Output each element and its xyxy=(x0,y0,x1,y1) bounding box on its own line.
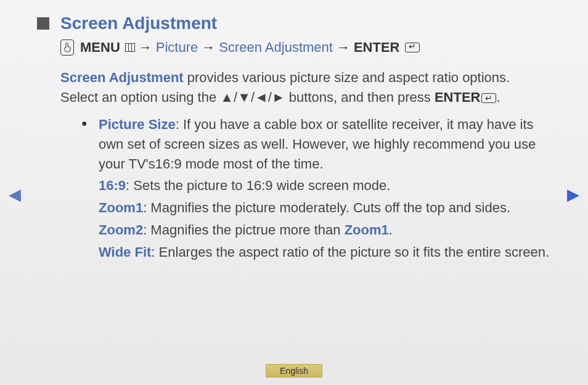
option-zoom1: Zoom1: Magnifies the picture moderately.… xyxy=(99,198,551,218)
sixteen-nine-text: : Sets the picture to 16:9 wide screen m… xyxy=(126,178,390,193)
enter-icon xyxy=(405,43,420,52)
option-picture-size: Picture Size: If you have a cable box or… xyxy=(81,115,551,262)
path-enter: ENTER xyxy=(354,39,400,56)
language-badge: English xyxy=(266,364,322,378)
nav-next-button[interactable]: ▶ xyxy=(567,185,579,204)
page-title: Screen Adjustment xyxy=(60,14,217,33)
picture-size-label: Picture Size xyxy=(99,117,176,132)
intro-paragraph: Screen Adjustment provides various pictu… xyxy=(60,68,551,107)
option-zoom2: Zoom2: Magnifies the pictrue more than Z… xyxy=(99,220,551,240)
path-picture: Picture xyxy=(156,39,198,56)
arrow-2: → xyxy=(202,39,215,56)
zoom2-label: Zoom2 xyxy=(99,222,143,238)
arrow-3: → xyxy=(337,39,350,56)
square-bullet-icon xyxy=(37,17,49,30)
menu-label: MENU xyxy=(80,39,120,56)
nav-prev-button[interactable]: ◀ xyxy=(9,185,21,204)
intro-text-b: buttons, and then press xyxy=(285,89,435,105)
title-row: Screen Adjustment xyxy=(37,14,551,33)
path-screen-adjustment: Screen Adjustment xyxy=(219,39,333,56)
wide-fit-text: : Enlarges the aspect ratio of the pictu… xyxy=(151,244,549,260)
sixteen-nine-label: 16:9 xyxy=(99,178,126,193)
menu-path: MENU → Picture → Screen Adjustment → ENT… xyxy=(60,39,551,56)
wide-fit-label: Wide Fit xyxy=(99,244,151,260)
intro-period: . xyxy=(496,89,500,105)
nav-glyphs: ▲/▼/◄/► xyxy=(220,89,285,105)
zoom2-text-b: . xyxy=(389,222,393,238)
menu-bars-icon xyxy=(125,43,135,52)
zoom2-text-a: : Magnifies the pictrue more than xyxy=(143,222,345,238)
zoom1-text: : Magnifies the picture moderately. Cuts… xyxy=(143,200,510,215)
intro-enter: ENTER xyxy=(435,89,481,105)
hand-icon xyxy=(60,39,74,56)
arrow-1: → xyxy=(139,39,152,56)
zoom2-ref: Zoom1 xyxy=(345,222,389,238)
intro-lead: Screen Adjustment xyxy=(60,70,184,85)
option-16-9: 16:9: Sets the picture to 16:9 wide scre… xyxy=(99,176,551,196)
zoom1-label: Zoom1 xyxy=(99,200,143,215)
enter-icon-inline xyxy=(481,93,496,103)
option-wide-fit: Wide Fit: Enlarges the aspect ratio of t… xyxy=(99,242,551,262)
options-list: Picture Size: If you have a cable box or… xyxy=(81,115,551,262)
